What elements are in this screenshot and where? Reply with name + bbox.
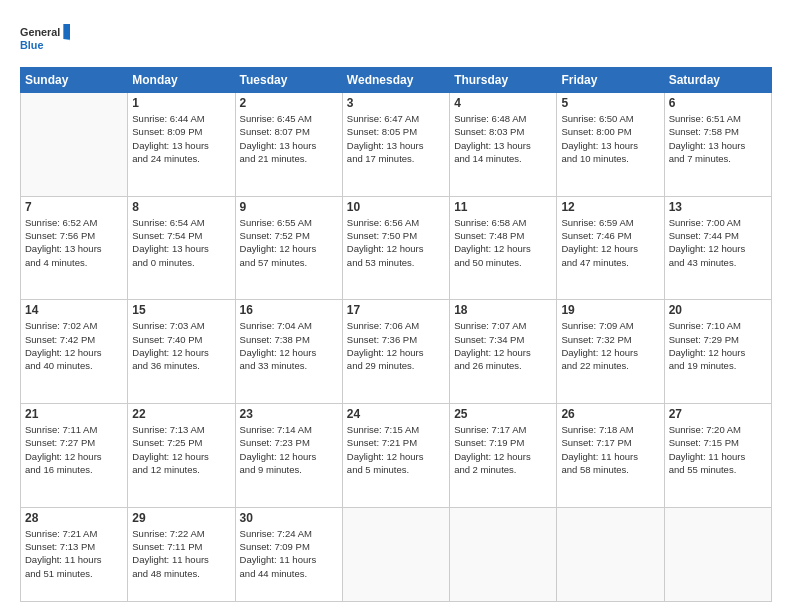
cell-info: Sunrise: 7:00 AM Sunset: 7:44 PM Dayligh… [669, 216, 767, 269]
calendar-cell: 29Sunrise: 7:22 AM Sunset: 7:11 PM Dayli… [128, 507, 235, 601]
day-header-thursday: Thursday [450, 68, 557, 93]
day-number: 29 [132, 511, 230, 525]
cell-info: Sunrise: 6:56 AM Sunset: 7:50 PM Dayligh… [347, 216, 445, 269]
day-number: 14 [25, 303, 123, 317]
calendar-week-4: 21Sunrise: 7:11 AM Sunset: 7:27 PM Dayli… [21, 404, 772, 508]
cell-info: Sunrise: 6:47 AM Sunset: 8:05 PM Dayligh… [347, 112, 445, 165]
calendar-cell [557, 507, 664, 601]
calendar-cell [450, 507, 557, 601]
day-number: 10 [347, 200, 445, 214]
calendar-page: General Blue SundayMondayTuesdayWednesda… [0, 0, 792, 612]
cell-info: Sunrise: 6:59 AM Sunset: 7:46 PM Dayligh… [561, 216, 659, 269]
cell-info: Sunrise: 7:03 AM Sunset: 7:40 PM Dayligh… [132, 319, 230, 372]
day-number: 19 [561, 303, 659, 317]
cell-info: Sunrise: 7:02 AM Sunset: 7:42 PM Dayligh… [25, 319, 123, 372]
day-number: 21 [25, 407, 123, 421]
day-number: 22 [132, 407, 230, 421]
calendar-cell: 27Sunrise: 7:20 AM Sunset: 7:15 PM Dayli… [664, 404, 771, 508]
cell-info: Sunrise: 7:09 AM Sunset: 7:32 PM Dayligh… [561, 319, 659, 372]
calendar-cell: 3Sunrise: 6:47 AM Sunset: 8:05 PM Daylig… [342, 93, 449, 197]
cell-info: Sunrise: 7:04 AM Sunset: 7:38 PM Dayligh… [240, 319, 338, 372]
svg-text:General: General [20, 26, 60, 38]
calendar-cell: 30Sunrise: 7:24 AM Sunset: 7:09 PM Dayli… [235, 507, 342, 601]
day-header-saturday: Saturday [664, 68, 771, 93]
day-number: 25 [454, 407, 552, 421]
calendar-cell: 28Sunrise: 7:21 AM Sunset: 7:13 PM Dayli… [21, 507, 128, 601]
calendar-cell: 21Sunrise: 7:11 AM Sunset: 7:27 PM Dayli… [21, 404, 128, 508]
day-number: 23 [240, 407, 338, 421]
calendar-cell: 2Sunrise: 6:45 AM Sunset: 8:07 PM Daylig… [235, 93, 342, 197]
day-number: 3 [347, 96, 445, 110]
calendar-cell: 20Sunrise: 7:10 AM Sunset: 7:29 PM Dayli… [664, 300, 771, 404]
day-number: 6 [669, 96, 767, 110]
calendar-cell: 24Sunrise: 7:15 AM Sunset: 7:21 PM Dayli… [342, 404, 449, 508]
day-number: 16 [240, 303, 338, 317]
cell-info: Sunrise: 7:06 AM Sunset: 7:36 PM Dayligh… [347, 319, 445, 372]
cell-info: Sunrise: 7:14 AM Sunset: 7:23 PM Dayligh… [240, 423, 338, 476]
cell-info: Sunrise: 7:10 AM Sunset: 7:29 PM Dayligh… [669, 319, 767, 372]
calendar-cell: 25Sunrise: 7:17 AM Sunset: 7:19 PM Dayli… [450, 404, 557, 508]
day-number: 13 [669, 200, 767, 214]
day-header-sunday: Sunday [21, 68, 128, 93]
cell-info: Sunrise: 6:51 AM Sunset: 7:58 PM Dayligh… [669, 112, 767, 165]
calendar-cell [342, 507, 449, 601]
day-number: 15 [132, 303, 230, 317]
cell-info: Sunrise: 6:50 AM Sunset: 8:00 PM Dayligh… [561, 112, 659, 165]
day-header-monday: Monday [128, 68, 235, 93]
calendar-week-5: 28Sunrise: 7:21 AM Sunset: 7:13 PM Dayli… [21, 507, 772, 601]
cell-info: Sunrise: 7:07 AM Sunset: 7:34 PM Dayligh… [454, 319, 552, 372]
svg-marker-2 [63, 24, 70, 39]
calendar-header-row: SundayMondayTuesdayWednesdayThursdayFrid… [21, 68, 772, 93]
calendar-cell: 19Sunrise: 7:09 AM Sunset: 7:32 PM Dayli… [557, 300, 664, 404]
cell-info: Sunrise: 6:48 AM Sunset: 8:03 PM Dayligh… [454, 112, 552, 165]
day-number: 11 [454, 200, 552, 214]
calendar-cell: 23Sunrise: 7:14 AM Sunset: 7:23 PM Dayli… [235, 404, 342, 508]
calendar-cell: 26Sunrise: 7:18 AM Sunset: 7:17 PM Dayli… [557, 404, 664, 508]
day-number: 5 [561, 96, 659, 110]
calendar-cell: 13Sunrise: 7:00 AM Sunset: 7:44 PM Dayli… [664, 196, 771, 300]
header: General Blue [20, 15, 772, 59]
cell-info: Sunrise: 6:44 AM Sunset: 8:09 PM Dayligh… [132, 112, 230, 165]
calendar-cell: 12Sunrise: 6:59 AM Sunset: 7:46 PM Dayli… [557, 196, 664, 300]
svg-text:Blue: Blue [20, 39, 43, 51]
cell-info: Sunrise: 7:15 AM Sunset: 7:21 PM Dayligh… [347, 423, 445, 476]
cell-info: Sunrise: 6:58 AM Sunset: 7:48 PM Dayligh… [454, 216, 552, 269]
cell-info: Sunrise: 6:52 AM Sunset: 7:56 PM Dayligh… [25, 216, 123, 269]
calendar-cell: 6Sunrise: 6:51 AM Sunset: 7:58 PM Daylig… [664, 93, 771, 197]
cell-info: Sunrise: 7:13 AM Sunset: 7:25 PM Dayligh… [132, 423, 230, 476]
day-number: 17 [347, 303, 445, 317]
calendar-week-1: 1Sunrise: 6:44 AM Sunset: 8:09 PM Daylig… [21, 93, 772, 197]
cell-info: Sunrise: 6:54 AM Sunset: 7:54 PM Dayligh… [132, 216, 230, 269]
calendar-cell: 7Sunrise: 6:52 AM Sunset: 7:56 PM Daylig… [21, 196, 128, 300]
cell-info: Sunrise: 7:20 AM Sunset: 7:15 PM Dayligh… [669, 423, 767, 476]
calendar-cell [21, 93, 128, 197]
day-header-wednesday: Wednesday [342, 68, 449, 93]
day-number: 18 [454, 303, 552, 317]
cell-info: Sunrise: 7:21 AM Sunset: 7:13 PM Dayligh… [25, 527, 123, 580]
calendar-cell: 11Sunrise: 6:58 AM Sunset: 7:48 PM Dayli… [450, 196, 557, 300]
cell-info: Sunrise: 7:11 AM Sunset: 7:27 PM Dayligh… [25, 423, 123, 476]
day-number: 12 [561, 200, 659, 214]
cell-info: Sunrise: 6:55 AM Sunset: 7:52 PM Dayligh… [240, 216, 338, 269]
day-number: 28 [25, 511, 123, 525]
calendar-cell: 9Sunrise: 6:55 AM Sunset: 7:52 PM Daylig… [235, 196, 342, 300]
calendar-cell: 15Sunrise: 7:03 AM Sunset: 7:40 PM Dayli… [128, 300, 235, 404]
day-number: 7 [25, 200, 123, 214]
day-number: 9 [240, 200, 338, 214]
cell-info: Sunrise: 7:17 AM Sunset: 7:19 PM Dayligh… [454, 423, 552, 476]
calendar-cell: 22Sunrise: 7:13 AM Sunset: 7:25 PM Dayli… [128, 404, 235, 508]
cell-info: Sunrise: 7:22 AM Sunset: 7:11 PM Dayligh… [132, 527, 230, 580]
calendar-cell: 5Sunrise: 6:50 AM Sunset: 8:00 PM Daylig… [557, 93, 664, 197]
logo: General Blue [20, 19, 70, 59]
calendar-cell: 10Sunrise: 6:56 AM Sunset: 7:50 PM Dayli… [342, 196, 449, 300]
calendar-table: SundayMondayTuesdayWednesdayThursdayFrid… [20, 67, 772, 602]
day-number: 4 [454, 96, 552, 110]
cell-info: Sunrise: 7:18 AM Sunset: 7:17 PM Dayligh… [561, 423, 659, 476]
day-number: 1 [132, 96, 230, 110]
calendar-week-3: 14Sunrise: 7:02 AM Sunset: 7:42 PM Dayli… [21, 300, 772, 404]
calendar-cell: 8Sunrise: 6:54 AM Sunset: 7:54 PM Daylig… [128, 196, 235, 300]
calendar-cell: 17Sunrise: 7:06 AM Sunset: 7:36 PM Dayli… [342, 300, 449, 404]
day-header-tuesday: Tuesday [235, 68, 342, 93]
day-number: 26 [561, 407, 659, 421]
day-number: 24 [347, 407, 445, 421]
